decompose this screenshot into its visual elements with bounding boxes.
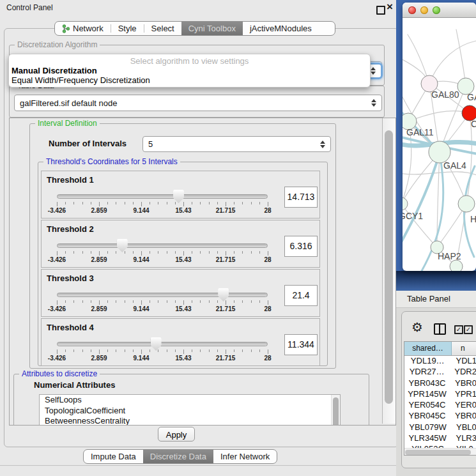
stepper-down-icon[interactable]	[371, 72, 376, 75]
network-edge[interactable]	[408, 111, 470, 121]
network-edge[interactable]	[403, 172, 476, 175]
stepper-down-icon[interactable]	[320, 145, 325, 148]
stepper-down-icon[interactable]	[371, 104, 376, 107]
threshold-value[interactable]: 6.316	[284, 236, 318, 257]
scrollbar-thumb[interactable]	[405, 450, 471, 455]
table-row[interactable]: YPR145WYPR1	[404, 389, 476, 400]
table-cell[interactable]: YLR345W	[404, 433, 450, 444]
numerical-attributes-list[interactable]: SelfLoopsTopologicalCoefficientBetweenne…	[39, 394, 341, 426]
scrollbar-thumb[interactable]	[333, 397, 339, 426]
settings-vertical-scrollbar[interactable]	[382, 118, 395, 424]
tab-style[interactable]: Style	[111, 22, 144, 35]
stepper-up-icon[interactable]	[371, 67, 376, 70]
tab-discretize-data[interactable]: Discretize Data	[143, 450, 213, 463]
network-edge[interactable]	[403, 153, 440, 249]
list-item[interactable]: BetweennessCentrality	[40, 416, 340, 426]
table-cell[interactable]: YPR1	[450, 389, 476, 400]
table-row[interactable]: YDR27…YDR2	[404, 367, 476, 378]
table-cell[interactable]: YDR2	[449, 367, 476, 378]
apply-button[interactable]: Apply	[158, 427, 195, 441]
slider-track[interactable]	[57, 243, 268, 248]
network-edge[interactable]	[456, 29, 466, 86]
algorithm-option-manual[interactable]: Manual Discretization	[12, 66, 370, 75]
table-row[interactable]: YLR345WYLR3	[404, 433, 476, 444]
network-edge[interactable]	[429, 41, 476, 84]
table-cell[interactable]: YLR3	[450, 433, 476, 444]
slider-tick	[192, 251, 192, 254]
stepper-up-icon[interactable]	[320, 141, 325, 144]
table-cell[interactable]: YBL079W	[404, 422, 451, 433]
tab-infer-network[interactable]: Infer Network	[213, 450, 277, 463]
network-window-titlebar[interactable]	[403, 3, 476, 18]
slider-tick-label: -3.426	[48, 207, 66, 214]
tab-network[interactable]: Network	[55, 22, 111, 35]
network-node[interactable]	[458, 196, 475, 212]
gear-icon[interactable]: ⚙	[411, 319, 423, 335]
table-cell[interactable]: YDL19…	[404, 356, 450, 367]
table-cell[interactable]: YDL1	[450, 356, 476, 367]
slider-tick	[183, 251, 184, 256]
minimize-traffic-light-icon[interactable]	[420, 6, 428, 14]
threshold-value[interactable]: 14.713	[284, 187, 318, 208]
tab-jactivemnodules[interactable]: jActiveMNodules	[243, 22, 319, 35]
slider-tick	[234, 202, 234, 204]
list-item[interactable]: SelfLoops	[40, 395, 340, 406]
column-header-name[interactable]: n	[452, 342, 476, 355]
list-item[interactable]: TopologicalCoefficient	[40, 406, 340, 417]
table-cell[interactable]: YBR045C	[404, 411, 450, 422]
slider-track[interactable]	[57, 194, 268, 199]
slider-tick	[259, 349, 260, 352]
slider-thumb[interactable]	[151, 337, 162, 351]
table-cell[interactable]: YBR0	[450, 411, 476, 422]
column-header-shared[interactable]: shared…	[404, 342, 452, 355]
attributes-list-scrollbar[interactable]	[331, 395, 340, 426]
float-window-icon[interactable]	[376, 6, 385, 15]
tab-jactivemnodules-label: jActiveMNodules	[250, 24, 312, 33]
tab-network-label: Network	[73, 24, 104, 33]
table-cell[interactable]: YBR0	[450, 378, 476, 389]
slider-tick-label: 2.859	[91, 207, 107, 214]
slider-tick-label: 21.715	[216, 207, 236, 214]
table-row[interactable]: YER054CYER0	[404, 400, 476, 411]
tab-impute-data[interactable]: Impute Data	[84, 450, 143, 463]
tab-select[interactable]: Select	[144, 22, 181, 35]
table-cell[interactable]: YPR145W	[404, 389, 450, 400]
network-node[interactable]	[429, 141, 450, 163]
scrollbar-thumb[interactable]	[385, 130, 393, 404]
number-of-intervals-combo[interactable]: 5	[142, 136, 331, 152]
zoom-traffic-light-icon[interactable]	[433, 6, 440, 14]
stepper-up-icon[interactable]	[371, 99, 376, 102]
tab-cyni-toolbox[interactable]: Cyni Toolbox	[181, 22, 243, 35]
split-view-icon[interactable]	[434, 323, 446, 335]
network-node[interactable]	[450, 260, 463, 271]
threshold-value[interactable]: 11.344	[284, 334, 318, 355]
slider-tick-label: 15.43	[175, 207, 191, 214]
table-row[interactable]: YBR043CYBR0	[404, 378, 476, 389]
table-cell[interactable]: YBL0	[451, 422, 476, 433]
close-icon[interactable]: ×	[387, 1, 393, 13]
checkbox-icon[interactable]: ✓	[464, 325, 473, 334]
table-data-combo[interactable]: galFiltered.sif default node	[14, 95, 382, 111]
table-row[interactable]: YDL19…YDL1	[404, 356, 476, 367]
slider-track[interactable]	[57, 342, 268, 346]
tab-select-label: Select	[151, 24, 174, 33]
algorithm-option-equal-width[interactable]: Equal Width/Frequency Discretization	[12, 75, 370, 85]
table-row[interactable]: YBR045CYBR0	[404, 411, 476, 422]
table-cell[interactable]: YDR27…	[404, 367, 449, 378]
table-cell[interactable]: YER0	[450, 400, 476, 411]
table-cell[interactable]: YER054C	[404, 400, 450, 411]
slider-thumb[interactable]	[173, 190, 184, 203]
slider-track[interactable]	[57, 293, 268, 297]
slider-thumb[interactable]	[218, 288, 229, 302]
slider-tick	[141, 349, 142, 354]
network-canvas-svg[interactable]: GAL80GACGAL11GAL4GCY1HHAP2	[403, 18, 476, 271]
slider-thumb[interactable]	[117, 239, 128, 252]
slider-tick	[158, 349, 158, 352]
table-row[interactable]: YBL079WYBL0	[404, 422, 476, 433]
network-node[interactable]	[403, 197, 408, 210]
checkbox-icon[interactable]: ✓	[454, 325, 463, 334]
threshold-value[interactable]: 21.4	[284, 285, 318, 306]
table-horizontal-scrollbar[interactable]	[404, 448, 476, 456]
close-traffic-light-icon[interactable]	[408, 6, 416, 14]
table-cell[interactable]: YBR043C	[404, 378, 450, 389]
